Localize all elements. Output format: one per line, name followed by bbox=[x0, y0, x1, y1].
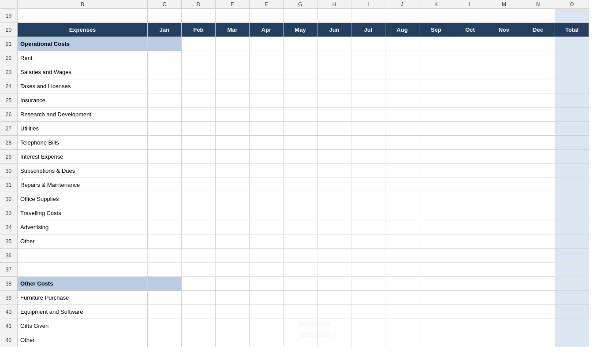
cell-r19-k[interactable] bbox=[419, 9, 453, 23]
cell-r19-e[interactable] bbox=[216, 9, 250, 23]
cell-r42-h[interactable] bbox=[317, 333, 351, 347]
cell-r26-e[interactable] bbox=[216, 108, 250, 122]
cell-r41-e[interactable] bbox=[216, 319, 250, 333]
cell-r23-j[interactable] bbox=[385, 65, 419, 79]
cell-r29-h[interactable] bbox=[317, 150, 351, 164]
cell-r38-i[interactable] bbox=[351, 277, 385, 291]
cell-r31-h[interactable] bbox=[317, 178, 351, 192]
cell-r37-k[interactable] bbox=[419, 263, 453, 277]
cell-r40-h[interactable] bbox=[317, 305, 351, 319]
cell-r33-k[interactable] bbox=[419, 206, 453, 220]
cell-r24-o[interactable] bbox=[555, 79, 589, 93]
cell-r41-g[interactable] bbox=[284, 319, 317, 333]
cell-r41-o[interactable] bbox=[555, 319, 589, 333]
cell-r23-n[interactable] bbox=[521, 65, 555, 79]
cell-r24-f[interactable] bbox=[250, 79, 284, 93]
cell-r41-h[interactable] bbox=[317, 319, 351, 333]
cell-r31-j[interactable] bbox=[385, 178, 419, 192]
cell-r31-c[interactable] bbox=[148, 178, 182, 192]
cell-r23-i[interactable] bbox=[351, 65, 385, 79]
cell-r39-c[interactable] bbox=[148, 291, 182, 305]
cell-r25-j[interactable] bbox=[385, 93, 419, 108]
cell-r31-f[interactable] bbox=[250, 178, 284, 192]
cell-r39-j[interactable] bbox=[385, 291, 419, 305]
cell-r36-n[interactable] bbox=[521, 249, 555, 263]
cell-r23-k[interactable] bbox=[419, 65, 453, 79]
cell-r42-n[interactable] bbox=[521, 333, 555, 347]
cell-r27-h[interactable] bbox=[317, 122, 351, 136]
cell-r27-j[interactable] bbox=[385, 122, 419, 136]
cell-r19-n[interactable] bbox=[521, 9, 555, 23]
cell-r19-d[interactable] bbox=[182, 9, 216, 23]
cell-r26-i[interactable] bbox=[351, 108, 385, 122]
cell-r37-c[interactable] bbox=[148, 263, 182, 277]
cell-r42-f[interactable] bbox=[250, 333, 284, 347]
cell-r27-e[interactable] bbox=[216, 122, 250, 136]
cell-r36-k[interactable] bbox=[419, 249, 453, 263]
cell-r24-e[interactable] bbox=[216, 79, 250, 93]
cell-r37-b[interactable] bbox=[18, 263, 148, 277]
cell-r39-g[interactable] bbox=[284, 291, 317, 305]
cell-r32-e[interactable] bbox=[216, 192, 250, 206]
label-taxes[interactable]: Taxes and Licenses bbox=[18, 79, 148, 93]
cell-r30-i[interactable] bbox=[351, 164, 385, 178]
cell-r42-k[interactable] bbox=[419, 333, 453, 347]
cell-r35-k[interactable] bbox=[419, 234, 453, 249]
cell-r33-n[interactable] bbox=[521, 206, 555, 220]
cell-r39-l[interactable] bbox=[453, 291, 487, 305]
cell-r28-i[interactable] bbox=[351, 136, 385, 150]
cell-r21-e[interactable] bbox=[216, 37, 250, 51]
cell-r39-i[interactable] bbox=[351, 291, 385, 305]
col-header-l[interactable]: L bbox=[453, 0, 487, 9]
cell-r38-m[interactable] bbox=[487, 277, 521, 291]
col-header-b[interactable]: B bbox=[18, 0, 148, 9]
col-header-j[interactable]: J bbox=[385, 0, 419, 9]
cell-r31-o[interactable] bbox=[555, 178, 589, 192]
cell-r37-n[interactable] bbox=[521, 263, 555, 277]
cell-r39-o[interactable] bbox=[555, 291, 589, 305]
cell-r42-l[interactable] bbox=[453, 333, 487, 347]
cell-r40-l[interactable] bbox=[453, 305, 487, 319]
cell-r37-h[interactable] bbox=[317, 263, 351, 277]
cell-r32-o[interactable] bbox=[555, 192, 589, 206]
cell-r19-m[interactable] bbox=[487, 9, 521, 23]
col-header-o[interactable]: O bbox=[555, 0, 589, 9]
cell-r29-l[interactable] bbox=[453, 150, 487, 164]
cell-r34-k[interactable] bbox=[419, 220, 453, 234]
cell-r22-k[interactable] bbox=[419, 51, 453, 65]
label-advertising[interactable]: Advertising bbox=[18, 220, 148, 234]
cell-r21-i[interactable] bbox=[351, 37, 385, 51]
label-repairs[interactable]: Repairs & Maintenance bbox=[18, 178, 148, 192]
cell-r22-i[interactable] bbox=[351, 51, 385, 65]
cell-r33-f[interactable] bbox=[250, 206, 284, 220]
cell-r25-m[interactable] bbox=[487, 93, 521, 108]
cell-r23-f[interactable] bbox=[250, 65, 284, 79]
cell-r26-h[interactable] bbox=[317, 108, 351, 122]
cell-r22-e[interactable] bbox=[216, 51, 250, 65]
cell-r32-h[interactable] bbox=[317, 192, 351, 206]
cell-r41-k[interactable] bbox=[419, 319, 453, 333]
cell-r38-f[interactable] bbox=[250, 277, 284, 291]
cell-r32-j[interactable] bbox=[385, 192, 419, 206]
col-header-g[interactable]: G bbox=[284, 0, 317, 9]
cell-r30-o[interactable] bbox=[555, 164, 589, 178]
cell-r26-m[interactable] bbox=[487, 108, 521, 122]
cell-r40-f[interactable] bbox=[250, 305, 284, 319]
cell-r29-g[interactable] bbox=[284, 150, 317, 164]
cell-r35-l[interactable] bbox=[453, 234, 487, 249]
cell-r36-g[interactable] bbox=[284, 249, 317, 263]
cell-r36-o[interactable] bbox=[555, 249, 589, 263]
cell-r42-e[interactable] bbox=[216, 333, 250, 347]
cell-r26-n[interactable] bbox=[521, 108, 555, 122]
cell-r36-e[interactable] bbox=[216, 249, 250, 263]
cell-r29-m[interactable] bbox=[487, 150, 521, 164]
cell-r19-o[interactable] bbox=[555, 9, 589, 23]
cell-r19-i[interactable] bbox=[351, 9, 385, 23]
cell-r29-c[interactable] bbox=[148, 150, 182, 164]
cell-r38-k[interactable] bbox=[419, 277, 453, 291]
cell-r22-g[interactable] bbox=[284, 51, 317, 65]
col-header-d[interactable]: D bbox=[182, 0, 216, 9]
cell-r27-f[interactable] bbox=[250, 122, 284, 136]
cell-r41-m[interactable] bbox=[487, 319, 521, 333]
cell-r25-o[interactable] bbox=[555, 93, 589, 108]
